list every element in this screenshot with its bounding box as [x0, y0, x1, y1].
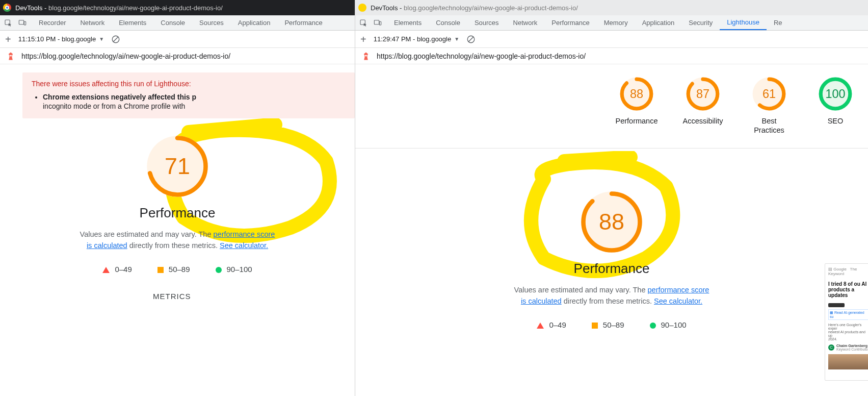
- performance-gauge: 88: [579, 189, 644, 255]
- report-content: 88Performance87Accessibility61BestPracti…: [355, 64, 868, 396]
- device-toolbar-icon[interactable]: [17, 18, 28, 28]
- section-divider: [355, 148, 868, 148]
- title-url: blog.google/technology/ai/new-google-ai-…: [404, 4, 578, 12]
- gauge-seo[interactable]: 100SEO: [810, 76, 861, 135]
- svg-rect-13: [365, 55, 367, 56]
- tab-performance[interactable]: Performance: [544, 15, 596, 30]
- tab-sources[interactable]: Sources: [467, 15, 506, 30]
- tab-elements[interactable]: Elements: [112, 15, 153, 30]
- tab-application[interactable]: Application: [635, 15, 682, 30]
- title-prefix: DevTools -: [15, 4, 48, 12]
- lighthouse-icon: [361, 52, 371, 61]
- tab-performance[interactable]: Performance: [277, 15, 329, 30]
- performance-note: Values are estimated and may vary. The p…: [355, 285, 868, 307]
- svg-rect-2: [24, 21, 25, 25]
- chevron-down-icon: ▼: [99, 36, 104, 42]
- chrome-canary-icon: [358, 4, 366, 12]
- svg-line-12: [468, 36, 474, 42]
- warning-item-rest: incognito mode or from a Chrome profile …: [43, 102, 346, 110]
- report-time-label: 11:15:10 PM - blog.google: [18, 35, 96, 43]
- report-url: https://blog.google/technology/ai/new-go…: [377, 52, 586, 60]
- device-toolbar-icon[interactable]: [373, 18, 383, 28]
- report-url: https://blog.google/technology/ai/new-go…: [21, 52, 230, 60]
- performance-score-link[interactable]: performance score: [648, 286, 709, 294]
- tab-network[interactable]: Network: [73, 15, 112, 30]
- report-selector[interactable]: 11:29:47 PM - blog.google ▼: [374, 35, 459, 43]
- inspect-element-icon[interactable]: [3, 18, 13, 28]
- window-titlebar: DevTools - blog.google/technology/ai/new…: [0, 0, 355, 15]
- svg-text:100: 100: [825, 87, 845, 101]
- legend-fail-icon: [537, 323, 544, 329]
- tab-console[interactable]: Console: [153, 15, 192, 30]
- svg-rect-10: [379, 21, 381, 25]
- metrics-heading: METRICS: [153, 292, 355, 301]
- score-legend: 0–49 50–89 90–100: [355, 320, 868, 329]
- tab-lighthouse[interactable]: Lighthouse: [720, 15, 767, 30]
- title-prefix: DevTools -: [371, 4, 404, 12]
- svg-text:88: 88: [630, 87, 643, 101]
- tab-elements[interactable]: Elements: [387, 15, 429, 30]
- new-report-button[interactable]: +: [360, 34, 366, 44]
- performance-score-link[interactable]: performance score: [214, 230, 275, 238]
- chrome-icon: [3, 4, 11, 12]
- panel-tab-strip: RecorderNetworkElementsConsoleSourcesApp…: [32, 15, 330, 30]
- score-legend: 0–49 50–89 90–100: [0, 265, 355, 274]
- report-toolbar: + 11:15:10 PM - blog.google ▼: [0, 31, 355, 48]
- performance-score: 71: [165, 153, 190, 179]
- performance-gauge-block: 71 Performance Values are estimated and …: [0, 134, 355, 301]
- tab-security[interactable]: Security: [681, 15, 720, 30]
- performance-label: Performance: [355, 261, 868, 277]
- performance-gauge-block: 88 Performance Values are estimated and …: [355, 189, 868, 329]
- tab-sources[interactable]: Sources: [192, 15, 231, 30]
- chevron-down-icon: ▼: [454, 36, 459, 42]
- svg-text:87: 87: [696, 87, 709, 101]
- svg-rect-5: [10, 55, 12, 56]
- performance-note: Values are estimated and may vary. The p…: [0, 229, 355, 252]
- lighthouse-icon: [6, 52, 15, 61]
- tab-network[interactable]: Network: [506, 15, 545, 30]
- gauge-accessibility[interactable]: 87Accessibility: [677, 76, 728, 135]
- warning-heading: There were issues affecting this run of …: [32, 80, 191, 88]
- report-time-label: 11:29:47 PM - blog.google: [374, 35, 452, 43]
- report-url-row: https://blog.google/technology/ai/new-go…: [0, 48, 355, 64]
- panel-tab-strip: ElementsConsoleSourcesNetworkPerformance…: [387, 15, 790, 30]
- warning-item-bold: Chrome extensions negatively affected th…: [43, 93, 196, 101]
- report-content: There were issues affecting this run of …: [0, 64, 355, 396]
- svg-line-4: [113, 36, 119, 42]
- tab-console[interactable]: Console: [429, 15, 467, 30]
- panel-tabs-toolbar: ElementsConsoleSourcesNetworkPerformance…: [355, 15, 868, 31]
- tab-recorder[interactable]: Recorder: [32, 15, 73, 30]
- is-calculated-link[interactable]: is calculated: [521, 297, 562, 305]
- inspect-element-icon[interactable]: [358, 18, 369, 28]
- panel-tabs-toolbar: RecorderNetworkElementsConsoleSourcesApp…: [0, 15, 355, 31]
- is-calculated-link[interactable]: is calculated: [87, 241, 127, 250]
- gauge-best-practices[interactable]: 61BestPractices: [744, 76, 795, 135]
- performance-label: Performance: [0, 205, 355, 221]
- svg-rect-9: [374, 20, 379, 24]
- legend-average-icon: [592, 323, 598, 329]
- window-titlebar: DevTools - blog.google/technology/ai/new…: [355, 0, 868, 15]
- see-calculator-link[interactable]: See calculator.: [654, 297, 702, 305]
- tab-memory[interactable]: Memory: [597, 15, 635, 30]
- devtools-window-right: DevTools - blog.google/technology/ai/new…: [355, 0, 868, 396]
- title-url: blog.google/technology/ai/new-google-ai-…: [48, 4, 223, 12]
- see-calculator-link[interactable]: See calculator.: [220, 241, 268, 250]
- legend-fail-icon: [102, 267, 110, 273]
- clear-icon[interactable]: [466, 35, 476, 44]
- clear-icon[interactable]: [111, 35, 120, 44]
- svg-rect-1: [19, 20, 23, 24]
- performance-gauge: 71: [145, 134, 210, 199]
- report-toolbar: + 11:29:47 PM - blog.google ▼: [355, 31, 868, 48]
- svg-text:61: 61: [762, 87, 776, 101]
- report-url-row: https://blog.google/technology/ai/new-go…: [355, 48, 868, 64]
- report-selector[interactable]: 11:15:10 PM - blog.google ▼: [18, 35, 104, 43]
- legend-pass-icon: [650, 323, 656, 329]
- lighthouse-warning: There were issues affecting this run of …: [22, 72, 355, 118]
- category-gauges: 88Performance87Accessibility61BestPracti…: [355, 69, 868, 137]
- legend-average-icon: [157, 267, 164, 273]
- tab-re[interactable]: Re: [767, 15, 790, 30]
- legend-pass-icon: [216, 267, 222, 273]
- tab-application[interactable]: Application: [231, 15, 278, 30]
- gauge-performance[interactable]: 88Performance: [611, 76, 662, 135]
- new-report-button[interactable]: +: [5, 34, 11, 44]
